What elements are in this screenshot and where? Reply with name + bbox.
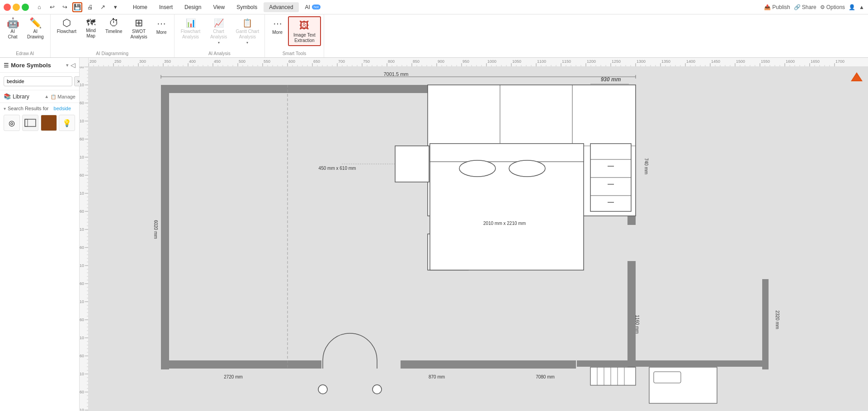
svg-text:930 mm: 930 mm	[601, 76, 621, 83]
gantt-analysis-button[interactable]: 📋 Gantt ChartAnalysis	[233, 16, 262, 47]
menu-tab-ai[interactable]: AI hot	[300, 2, 326, 12]
close-button[interactable]	[4, 4, 11, 11]
ribbon-group-edraw-ai: 🤖 AIChat ✏️ AIDrawing Edraw AI	[0, 14, 51, 57]
svg-text:710: 710	[80, 263, 84, 268]
svg-text:350: 350	[164, 59, 171, 64]
svg-text:950: 950	[462, 59, 469, 64]
svg-rect-1	[25, 119, 28, 126]
sidebar-dropdown-icon[interactable]: ▾	[66, 62, 69, 68]
svg-text:400: 400	[189, 59, 196, 64]
svg-text:1250: 1250	[612, 59, 621, 64]
svg-rect-313	[409, 360, 576, 369]
image-text-extraction-button[interactable]: 🖼 Image TextExtraction	[288, 16, 321, 46]
svg-text:460: 460	[80, 173, 84, 177]
manage-link[interactable]: 📋 Manage	[51, 94, 75, 99]
svg-rect-335	[395, 146, 429, 182]
redo-button[interactable]: ↪	[60, 2, 70, 12]
svg-text:750: 750	[363, 59, 370, 64]
svg-rect-356	[577, 360, 767, 367]
svg-point-333	[459, 160, 495, 177]
ai-chat-button[interactable]: 🤖 AIChat	[3, 16, 23, 42]
menu-tabs: Home Insert Design View Symbols Advanced…	[127, 2, 326, 12]
mind-map-button[interactable]: 🗺 MindMap	[81, 16, 101, 41]
chart-analysis-button[interactable]: 📈 ChartAnalysis	[205, 16, 232, 47]
svg-text:870 mm: 870 mm	[429, 374, 445, 379]
svg-text:910: 910	[80, 336, 84, 340]
ribbon-group-smart-tools: ⋯ More 🖼 Image TextExtraction Smart Tool…	[265, 14, 324, 57]
svg-text:6020 mm: 6020 mm	[153, 220, 158, 239]
svg-text:1650: 1650	[811, 59, 820, 64]
svg-text:510: 510	[80, 191, 84, 196]
svg-rect-3	[89, 58, 868, 67]
svg-rect-311	[161, 360, 321, 369]
svg-text:1400: 1400	[686, 59, 695, 64]
svg-text:610: 610	[80, 227, 84, 232]
flowchart-analysis-icon: 📊	[186, 18, 196, 28]
ai-hot-badge: hot	[312, 5, 321, 9]
svg-text:900: 900	[438, 59, 444, 64]
minimize-button[interactable]	[13, 4, 20, 11]
svg-text:1100: 1100	[537, 59, 546, 64]
undo-button[interactable]: ↩	[47, 2, 57, 12]
user-avatar[interactable]: 👤	[849, 4, 855, 10]
svg-text:1700: 1700	[835, 59, 844, 64]
more-smart-button[interactable]: ⋯ More	[268, 16, 287, 37]
search-results-label: ▾ Search Results for bedside	[0, 103, 79, 113]
library-arrow-icon: ▲	[44, 94, 49, 99]
symbol-item-2[interactable]	[22, 115, 38, 131]
svg-text:960: 960	[80, 354, 84, 358]
svg-text:1200: 1200	[587, 59, 596, 64]
svg-text:450 mm x 610 mm: 450 mm x 610 mm	[319, 166, 356, 171]
floorplan-svg: 7001.5 mm 930 mm 450 mm x 610 mm 2010 mm…	[93, 71, 839, 406]
library-section: 📚 Library ▲ 📋 Manage	[0, 90, 79, 103]
svg-text:1110: 1110	[80, 408, 84, 411]
menu-tab-home[interactable]: Home	[127, 2, 153, 12]
svg-rect-2	[42, 118, 55, 127]
gantt-analysis-icon: 📋	[242, 18, 252, 28]
ribbon-group-edraw-ai-label: Edraw AI	[3, 51, 47, 57]
canvas[interactable]: 7001.5 mm 930 mm 450 mm x 610 mm 2010 mm…	[89, 67, 868, 411]
export-button[interactable]: ↗	[98, 2, 108, 12]
flowchart-button[interactable]: ⬡ Flowchart	[53, 16, 80, 36]
svg-text:410: 410	[80, 155, 84, 159]
menu-tab-design[interactable]: Design	[179, 2, 207, 12]
swot-icon: ⊞	[135, 18, 143, 28]
canvas-ruler-wrapper: 1602102603103604104605105606106607107608…	[80, 67, 868, 411]
ribbon-group-smart-label: Smart Tools	[268, 51, 321, 57]
horizontal-ruler: 2002503003504004505005506006507007508008…	[89, 58, 868, 67]
flowchart-analysis-button[interactable]: 📊 FlowchartAnalysis	[177, 16, 204, 42]
save-button[interactable]: 💾	[72, 2, 82, 12]
symbol-item-1[interactable]: ◎	[4, 115, 20, 131]
svg-text:450: 450	[214, 59, 221, 64]
options-button[interactable]: ⚙ Options	[820, 4, 845, 10]
timeline-button[interactable]: ⏱ Timeline	[102, 16, 126, 36]
home-icon-btn[interactable]: ⌂	[34, 2, 44, 12]
swot-button[interactable]: ⊞ SWOTAnalysis	[127, 16, 151, 42]
menu-tab-insert[interactable]: Insert	[154, 2, 178, 12]
share-button[interactable]: 🔗 Share	[794, 4, 816, 10]
image-text-label: Image TextExtraction	[293, 33, 316, 43]
svg-text:600: 600	[288, 59, 295, 64]
menu-tab-symbols[interactable]: Symbols	[231, 2, 263, 12]
menu-tab-advanced[interactable]: Advanced	[264, 2, 298, 12]
ai-drawing-button[interactable]: ✏️ AIDrawing	[24, 16, 47, 42]
symbol-item-3[interactable]	[41, 115, 57, 131]
more-smart-icon: ⋯	[273, 18, 282, 29]
publish-button[interactable]: 📤 Publish	[764, 4, 790, 10]
dropdown-button[interactable]: ▾	[110, 2, 120, 12]
collapse-ribbon-button[interactable]: ▲	[859, 4, 864, 10]
svg-text:1450: 1450	[711, 59, 720, 64]
svg-text:700: 700	[338, 59, 345, 64]
maximize-button[interactable]	[22, 4, 29, 11]
ai-drawing-icon: ✏️	[29, 18, 42, 28]
svg-text:1050: 1050	[512, 59, 521, 64]
symbol-item-4[interactable]: 💡	[59, 115, 75, 131]
menu-tab-view[interactable]: View	[208, 2, 230, 12]
svg-text:860: 860	[80, 318, 84, 322]
svg-text:550: 550	[264, 59, 270, 64]
more-ai-button[interactable]: ⋯ More	[152, 16, 171, 37]
sidebar: ☰ More Symbols ▾ ◁ ✕ Search 📚 Library ▲ …	[0, 58, 80, 411]
search-input[interactable]	[4, 76, 72, 86]
sidebar-collapse-button[interactable]: ◁	[71, 61, 75, 69]
print-button[interactable]: 🖨	[85, 2, 95, 12]
